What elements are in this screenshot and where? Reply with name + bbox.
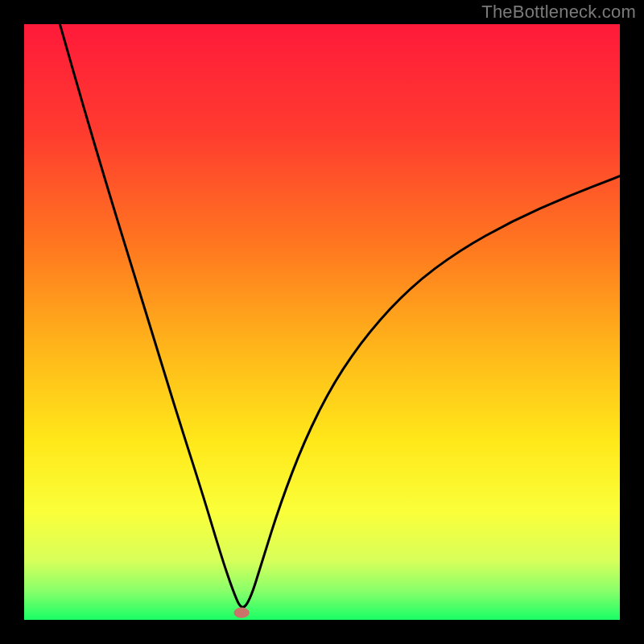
plot-background [24,24,620,620]
chart-frame: TheBottleneck.com [0,0,644,644]
watermark-text: TheBottleneck.com [481,2,636,23]
minimum-marker [233,607,249,617]
bottleneck-chart [0,0,644,644]
